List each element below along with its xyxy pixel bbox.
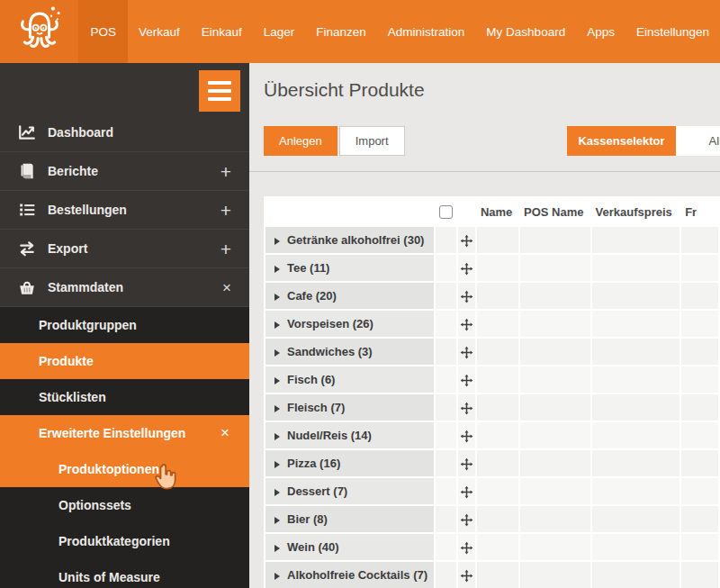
product-group-cell[interactable]: Fleisch (7) bbox=[266, 394, 434, 421]
row-drag-handle[interactable] bbox=[458, 227, 475, 253]
sidebar-item-dashboard[interactable]: Dashboard bbox=[0, 113, 249, 152]
row-checkbox-cell bbox=[436, 394, 456, 421]
table-row: Cafe (20) bbox=[266, 283, 718, 309]
row-drag-handle[interactable] bbox=[458, 283, 475, 309]
hamburger-menu-button[interactable] bbox=[199, 70, 240, 112]
action-buttons: Anlegen Import bbox=[264, 126, 405, 156]
sidebar-item-bestellungen[interactable]: Bestellungen + bbox=[0, 191, 249, 230]
product-group-cell[interactable]: Pizza (16) bbox=[266, 450, 434, 476]
sidebar-item-units-of-measure[interactable]: Units of Measure bbox=[0, 559, 249, 588]
verkaufspreis-cell bbox=[592, 534, 680, 560]
product-group-cell[interactable]: Dessert (7) bbox=[266, 478, 434, 504]
row-drag-handle[interactable] bbox=[458, 478, 475, 504]
pos-filter-dropdown[interactable]: All PO bbox=[676, 126, 720, 156]
collapse-x-icon[interactable]: × bbox=[220, 424, 230, 442]
row-drag-handle[interactable] bbox=[458, 562, 475, 588]
table-row: Pizza (16) bbox=[266, 450, 718, 476]
row-drag-handle[interactable] bbox=[458, 366, 475, 393]
products-table: Name POS Name Verkaufspreis Fr Getränke … bbox=[264, 196, 720, 588]
row-drag-handle[interactable] bbox=[458, 450, 475, 476]
product-group-cell[interactable]: Getränke alkoholfrei (30) bbox=[266, 227, 434, 253]
name-cell bbox=[477, 283, 518, 309]
row-drag-handle[interactable] bbox=[458, 255, 475, 281]
sidebar-item-erweiterte-einstellungen[interactable]: Erweiterte Einstellungen × bbox=[0, 415, 249, 451]
name-cell bbox=[477, 394, 518, 421]
pos-name-cell bbox=[520, 478, 590, 504]
kassenselektor-button[interactable]: Kassenselektor bbox=[567, 126, 676, 156]
topnav-item-einstellungen[interactable]: Einstellungen bbox=[626, 0, 720, 63]
sidebar-item-label: Optionssets bbox=[58, 498, 131, 512]
pos-name-cell bbox=[520, 450, 590, 476]
table-row: Getränke alkoholfrei (30) bbox=[266, 227, 718, 253]
import-button[interactable]: Import bbox=[339, 126, 405, 156]
fr-cell bbox=[681, 227, 718, 253]
row-drag-handle[interactable] bbox=[458, 339, 475, 365]
sidebar-item-export[interactable]: Export + bbox=[0, 230, 249, 268]
product-group-cell[interactable]: Wein (40) bbox=[266, 534, 434, 560]
sidebar-item-optionssets[interactable]: Optionssets bbox=[0, 487, 249, 523]
fr-cell bbox=[681, 255, 718, 281]
product-group-cell[interactable]: Bier (8) bbox=[266, 506, 434, 532]
sidebar-item-produkte[interactable]: Produkte bbox=[0, 343, 249, 379]
expand-plus-icon[interactable]: + bbox=[220, 201, 231, 220]
expand-triangle-icon bbox=[274, 461, 280, 468]
row-drag-handle[interactable] bbox=[458, 422, 475, 448]
sidebar-item-produktkategorien[interactable]: Produktkategorien bbox=[0, 523, 249, 559]
verkaufspreis-cell bbox=[592, 478, 680, 504]
page-title: Übersicht Produkte bbox=[264, 79, 425, 101]
expand-triangle-icon bbox=[274, 349, 280, 357]
product-group-cell[interactable]: Sandwiches (3) bbox=[266, 339, 434, 365]
expand-triangle-icon bbox=[274, 377, 280, 384]
product-group-cell[interactable]: Vorspeisen (26) bbox=[266, 311, 434, 337]
expand-plus-icon[interactable]: + bbox=[220, 162, 231, 181]
list-icon bbox=[18, 201, 36, 219]
row-drag-handle[interactable] bbox=[458, 311, 475, 337]
sidebar-item-produktgruppen[interactable]: Produktgruppen bbox=[0, 307, 249, 343]
pos-name-cell bbox=[520, 255, 590, 281]
sidebar-item-berichte[interactable]: Berichte + bbox=[0, 152, 249, 191]
topnav-item-finanzen[interactable]: Finanzen bbox=[305, 0, 377, 63]
basket-icon bbox=[18, 278, 36, 296]
sidebar-item-label: Produkte bbox=[39, 354, 94, 368]
expand-triangle-icon bbox=[274, 266, 280, 273]
collapse-x-icon[interactable]: × bbox=[222, 280, 231, 295]
product-group-label: Pizza (16) bbox=[287, 457, 340, 470]
pos-name-cell bbox=[520, 534, 590, 560]
table-row: Bier (8) bbox=[266, 506, 718, 532]
sidebar-item-stuecklisten[interactable]: Stücklisten bbox=[0, 379, 249, 415]
brand-logo[interactable] bbox=[0, 0, 78, 63]
expand-plus-icon[interactable]: + bbox=[220, 240, 231, 258]
topnav-item-einkauf[interactable]: Einkauf bbox=[191, 0, 253, 63]
sidebar-item-stammdaten[interactable]: Stammdaten × bbox=[0, 268, 249, 307]
verkaufspreis-cell bbox=[592, 394, 680, 421]
row-drag-handle[interactable] bbox=[458, 534, 475, 560]
select-all-checkbox[interactable] bbox=[439, 205, 453, 219]
product-group-cell[interactable]: Nudel/Reis (14) bbox=[266, 422, 434, 448]
product-group-cell[interactable]: Cafe (20) bbox=[266, 283, 434, 309]
row-checkbox-cell bbox=[436, 283, 456, 309]
product-group-label: Cafe (20) bbox=[287, 289, 337, 303]
product-group-label: Bier (8) bbox=[287, 512, 328, 526]
row-checkbox-cell bbox=[436, 366, 456, 393]
topnav-item-verkauf[interactable]: Verkauf bbox=[128, 0, 191, 63]
topnav-item-lager[interactable]: Lager bbox=[253, 0, 306, 63]
product-group-cell[interactable]: Fisch (6) bbox=[266, 366, 434, 393]
fr-cell bbox=[681, 450, 718, 476]
sidebar-item-produktoptionen[interactable]: Produktoptionen bbox=[0, 451, 249, 487]
row-drag-handle[interactable] bbox=[458, 506, 475, 532]
row-drag-handle[interactable] bbox=[458, 394, 475, 421]
expand-triangle-icon bbox=[274, 573, 280, 580]
topnav-item-apps[interactable]: Apps bbox=[576, 0, 626, 63]
expand-triangle-icon bbox=[274, 489, 280, 496]
product-group-cell[interactable]: Tee (11) bbox=[266, 255, 434, 281]
pos-name-column-header: POS Name bbox=[520, 198, 590, 225]
topnav-item-my-dashboard[interactable]: My Dashboard bbox=[475, 0, 576, 63]
topnav-item-pos[interactable]: POS bbox=[78, 0, 128, 63]
topnav-item-administration[interactable]: Administration bbox=[377, 0, 476, 63]
app-window: POS Verkauf Einkauf Lager Finanzen Admin… bbox=[0, 0, 720, 588]
pos-name-cell bbox=[520, 311, 590, 337]
anlegen-button[interactable]: Anlegen bbox=[264, 126, 338, 156]
row-checkbox-cell bbox=[436, 255, 456, 281]
expand-triangle-icon bbox=[274, 433, 280, 440]
product-group-cell[interactable]: Alkoholfreie Cocktails (7) bbox=[266, 562, 434, 588]
